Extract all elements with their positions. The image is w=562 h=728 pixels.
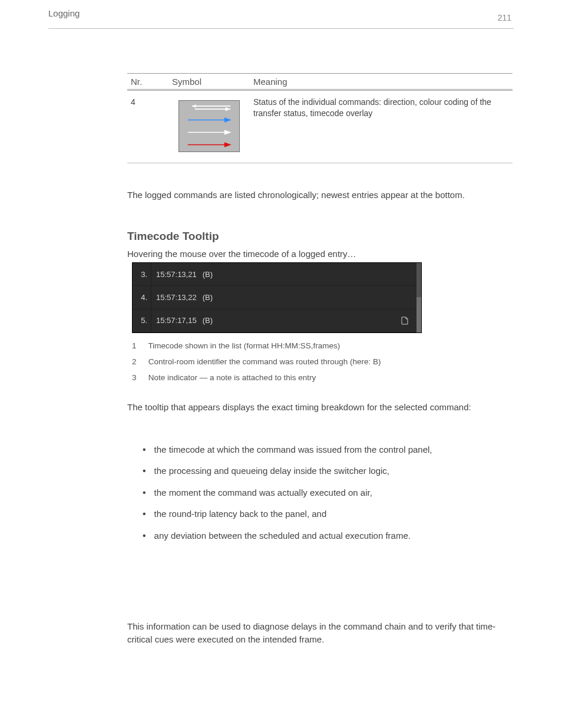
list-item-text: the processing and queueing delay inside… [154, 465, 389, 477]
log-row[interactable]: 5. 15:57:17,15 (B) [133, 309, 421, 332]
list-item: the timecode at which the command was is… [143, 443, 508, 456]
svg-marker-7 [224, 130, 232, 135]
bullet-icon [143, 508, 146, 521]
list-item: the moment the command was actually exec… [143, 486, 508, 499]
callout-text: Control-room identifier the command was … [148, 357, 381, 366]
callout-item: 3 Note indicator — a note is attached to… [132, 373, 427, 384]
callout-item: 1 Timecode shown in the list (format HH:… [132, 341, 427, 352]
note-icon[interactable] [401, 317, 408, 325]
row-timecode: 15:57:13,22 [151, 293, 197, 302]
svg-marker-9 [224, 142, 232, 147]
list-item: the round-trip latency back to the panel… [143, 508, 508, 521]
scrollbar[interactable] [416, 263, 421, 332]
bullet-icon [143, 443, 146, 456]
callout-item: 2 Control-room identifier the command wa… [132, 357, 427, 368]
svg-marker-1 [192, 104, 196, 107]
page-number: 211 [498, 13, 511, 22]
paragraph: The logged commands are listed chronolog… [127, 189, 513, 202]
horizontal-rule [48, 28, 514, 29]
cell-symbol [168, 90, 250, 163]
row-suffix: (B) [197, 293, 213, 302]
row-index: 4. [133, 286, 151, 308]
table-header-symbol: Symbol [168, 74, 250, 90]
callout-num: 1 [132, 341, 146, 352]
callout-num: 3 [132, 373, 146, 384]
callout-list: 1 Timecode shown in the list (format HH:… [132, 341, 427, 388]
svg-marker-3 [226, 107, 231, 111]
subheading: Timecode Tooltip [127, 230, 219, 243]
table-header-meaning: Meaning [250, 74, 513, 90]
table-header-nr: Nr. [127, 74, 168, 90]
bullet-icon [143, 465, 146, 477]
paragraph: Hovering the mouse over the timecode of … [127, 249, 422, 259]
callout-text: Timecode shown in the list (format HH:MM… [148, 341, 340, 350]
row-index: 3. [133, 263, 151, 285]
callout-num: 2 [132, 357, 146, 368]
bullet-list: the timecode at which the command was is… [143, 443, 508, 551]
row-timecode: 15:57:13,21 [151, 270, 197, 279]
bullet-icon [143, 486, 146, 499]
list-item-text: any deviation between the scheduled and … [154, 529, 411, 542]
row-suffix: (B) [197, 316, 213, 325]
list-item: the processing and queueing delay inside… [143, 465, 508, 477]
bullet-icon [143, 529, 146, 542]
table-row: 4 [127, 90, 513, 163]
row-suffix: (B) [197, 270, 213, 279]
scrollbar-thumb[interactable] [416, 297, 421, 332]
timing-arrows-icon [178, 100, 240, 152]
paragraph: The tooltip that appears displays the ex… [127, 401, 513, 414]
list-item: any deviation between the scheduled and … [143, 529, 508, 542]
cell-nr: 4 [127, 90, 168, 163]
row-index: 5. [133, 309, 151, 332]
svg-marker-5 [224, 117, 232, 123]
header-section: Logging [48, 8, 80, 18]
log-list-panel: 3. 15:57:13,21 (B) 4. 15:57:13,22 (B) 5.… [132, 262, 422, 333]
log-row[interactable]: 3. 15:57:13,21 (B) [133, 263, 421, 286]
callout-text: Note indicator — a note is attached to t… [148, 373, 316, 382]
list-item-text: the round-trip latency back to the panel… [154, 508, 327, 521]
list-item-text: the timecode at which the command was is… [154, 443, 432, 456]
symbols-table: Nr. Symbol Meaning 4 [127, 73, 513, 163]
cell-meaning: Status of the individual commands: direc… [250, 90, 513, 163]
row-timecode: 15:57:17,15 [151, 316, 197, 325]
log-row[interactable]: 4. 15:57:13,22 (B) [133, 286, 421, 309]
list-item-text: the moment the command was actually exec… [154, 486, 372, 499]
paragraph: This information can be used to diagnose… [127, 620, 513, 646]
